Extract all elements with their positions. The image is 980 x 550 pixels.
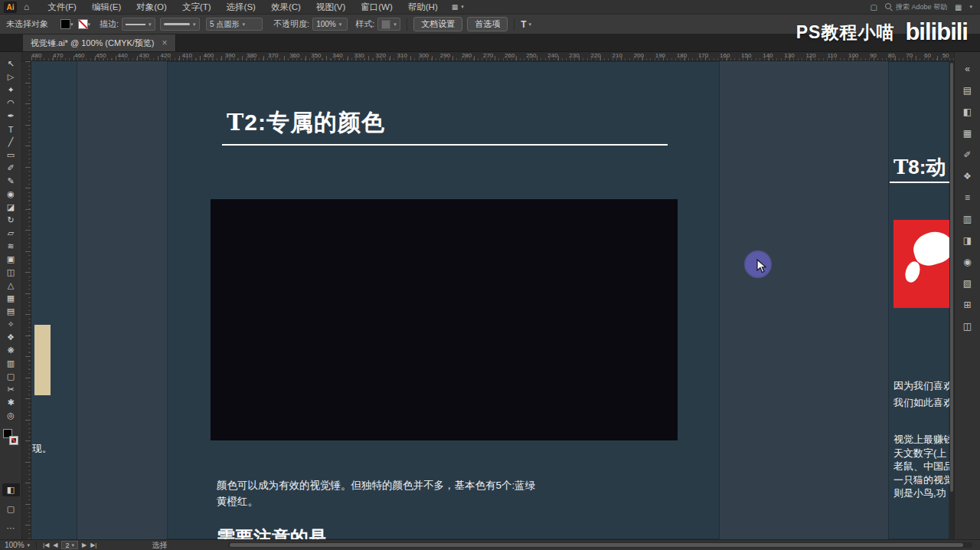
menu-item[interactable]: 帮助(H) — [400, 2, 446, 13]
eraser-tool[interactable]: ◪ — [2, 201, 20, 214]
menu-item[interactable]: 选择(S) — [219, 2, 263, 13]
horizontal-scrollbar[interactable] — [228, 542, 972, 548]
stroke-swatch[interactable] — [9, 436, 18, 445]
chevron-down-icon[interactable]: ▾ — [28, 542, 31, 548]
artboard-number-dropdown[interactable]: 2 ▾ — [61, 541, 78, 549]
tools-panel: ↖▷✦◠✒T╱▭✐✎◉◪↻▱≋▣◫△▦▤✧❖❋▥▢✂✱◎ ◧ ▢ ⋯ — [0, 34, 22, 539]
gradient-tool[interactable]: ▤ — [2, 305, 20, 318]
menu-item[interactable]: 视图(V) — [309, 2, 353, 13]
bottom-heading: 需要注意的是 — [217, 525, 327, 539]
appearance-panel-icon[interactable]: ◉ — [959, 256, 976, 268]
workspace-switcher-icon[interactable]: ▦ — [955, 3, 962, 11]
horizontal-scrollbar-thumb[interactable] — [230, 543, 963, 547]
collapse-panels-icon[interactable]: « — [959, 63, 976, 75]
fill-stroke-indicator[interactable] — [2, 429, 20, 447]
free-transform-tool[interactable]: ▣ — [2, 253, 20, 266]
last-artboard-icon[interactable]: ▶| — [90, 542, 96, 548]
variable-width-profile-dropdown[interactable]: ▾ — [160, 18, 200, 31]
artboard-tool[interactable]: ▢ — [2, 370, 20, 383]
layers-panel-icon[interactable]: ⊞ — [959, 299, 976, 311]
preferences-button[interactable]: 首选项 — [467, 17, 508, 31]
next-artboard-icon[interactable]: ▶ — [82, 542, 87, 548]
horizontal-ruler[interactable]: 4804704604504404304204104003903803703603… — [22, 52, 954, 61]
rectangle-tool[interactable]: ▭ — [2, 149, 20, 162]
color-panel-icon[interactable]: ▤ — [959, 84, 976, 97]
close-icon[interactable]: × — [162, 38, 168, 48]
chevron-down-icon[interactable]: ▾ — [461, 4, 464, 10]
symbol-sprayer-tool[interactable]: ❋ — [2, 344, 20, 357]
type-tool[interactable]: T — [2, 123, 20, 136]
opacity-input[interactable]: 100% ▾ — [312, 18, 348, 31]
mesh-tool[interactable]: ▦ — [2, 292, 20, 305]
scale-tool[interactable]: ▱ — [2, 227, 20, 240]
ruler-number: 410 — [182, 52, 192, 61]
text-align-icon[interactable]: T — [521, 19, 526, 30]
fill-color-swatch[interactable] — [60, 19, 70, 29]
libraries-panel-icon[interactable]: ◫ — [959, 320, 976, 332]
transparency-panel-icon[interactable]: ◨ — [959, 234, 976, 247]
ruler-number: 240 — [547, 52, 557, 61]
pen-tool[interactable]: ✒ — [2, 110, 20, 123]
arrange-documents-icon[interactable]: ▦ — [452, 3, 459, 11]
blend-tool[interactable]: ❖ — [2, 331, 20, 344]
magic-wand-tool[interactable]: ✦ — [2, 83, 20, 97]
selection-tool[interactable]: ↖ — [2, 57, 20, 70]
drawing-modes-icon[interactable]: ◧ — [2, 483, 20, 496]
slice-tool[interactable]: ✂ — [2, 383, 20, 396]
home-icon[interactable]: ⌂ — [24, 2, 29, 12]
menu-item[interactable]: 文字(T) — [175, 2, 219, 13]
screen-mode-icon[interactable]: ▢ — [2, 503, 20, 516]
menu-item[interactable]: 编辑(E) — [84, 2, 129, 13]
document-canvas[interactable]: 现。 T2:专属的颜色 颜色可以成为有效的视觉锤。但独特的颜色并不多，基本色有5… — [31, 61, 949, 539]
width-tool[interactable]: ≋ — [2, 240, 20, 253]
pencil-tool[interactable]: ✎ — [2, 175, 20, 188]
vertical-scrollbar-thumb[interactable] — [950, 63, 953, 492]
brush-definition-value: 5 点圆形 — [210, 19, 239, 30]
chevron-down-icon[interactable]: ▾ — [969, 4, 972, 10]
brush-definition-dropdown[interactable]: 5 点圆形 ▾ — [206, 18, 263, 31]
paintbrush-tool[interactable]: ✐ — [2, 162, 20, 175]
hand-tool[interactable]: ✱ — [2, 396, 20, 409]
document-setup-button[interactable]: 文档设置 — [413, 17, 462, 31]
graphic-style-dropdown[interactable]: ▾ — [377, 18, 400, 31]
zoom-tool[interactable]: ◎ — [2, 409, 20, 422]
stroke-weight-dropdown[interactable]: ▾ — [122, 18, 155, 31]
symbols-panel-icon[interactable]: ❖ — [959, 170, 976, 182]
shape-builder-tool[interactable]: ◫ — [2, 266, 20, 279]
stroke-panel-icon[interactable]: ≡ — [959, 192, 976, 204]
panel-dock: «▤◧▦✐❖≡▥◨◉▧⊞◫ — [954, 52, 980, 539]
help-search[interactable]: 搜索 Adobe 帮助 — [885, 2, 947, 12]
chevron-down-icon[interactable]: ▾ — [70, 21, 74, 28]
vertical-ruler[interactable] — [22, 61, 31, 539]
rotate-tool[interactable]: ↻ — [2, 214, 20, 227]
ruler-number: 470 — [53, 52, 63, 61]
maximize-icon[interactable]: ▢ — [871, 3, 877, 11]
graphic-styles-panel-icon[interactable]: ▧ — [959, 277, 976, 290]
swatches-panel-icon[interactable]: ▦ — [959, 127, 976, 139]
document-tab[interactable]: 视觉锤.ai* @ 100% (CMYK/预览) × — [23, 34, 176, 51]
menu-item[interactable]: 文件(F) — [40, 2, 84, 13]
edit-toolbar-icon[interactable]: ⋯ — [2, 522, 20, 535]
direct-selection-tool[interactable]: ▷ — [2, 70, 20, 83]
previous-artboard-icon[interactable]: ◀ — [53, 542, 57, 548]
gradient-panel-icon[interactable]: ▥ — [959, 213, 976, 225]
stroke-color-swatch[interactable] — [78, 19, 88, 29]
lasso-tool[interactable]: ◠ — [2, 97, 20, 110]
line-segment-tool[interactable]: ╱ — [2, 136, 20, 149]
menu-item[interactable]: 效果(C) — [263, 2, 309, 13]
first-artboard-icon[interactable]: |◀ — [43, 542, 49, 548]
ruler-number: 160 — [720, 52, 730, 61]
menu-item[interactable]: 对象(O) — [129, 2, 175, 13]
perspective-grid-tool[interactable]: △ — [2, 279, 20, 292]
color-guide-panel-icon[interactable]: ◧ — [959, 106, 976, 118]
brushes-panel-icon[interactable]: ✐ — [959, 149, 976, 161]
artboard-number: 2 — [65, 542, 69, 549]
chevron-down-icon[interactable]: ▾ — [529, 21, 532, 28]
stream-overlay: PS教程小喵 bilibili — [796, 18, 968, 46]
blob-brush-tool[interactable]: ◉ — [2, 188, 20, 201]
menu-item[interactable]: 窗口(W) — [353, 2, 400, 13]
eyedropper-tool[interactable]: ✧ — [2, 318, 20, 331]
zoom-control[interactable]: 100% ▾ — [5, 541, 30, 549]
column-graph-tool[interactable]: ▥ — [2, 357, 20, 370]
chevron-down-icon[interactable]: ▾ — [88, 21, 91, 28]
